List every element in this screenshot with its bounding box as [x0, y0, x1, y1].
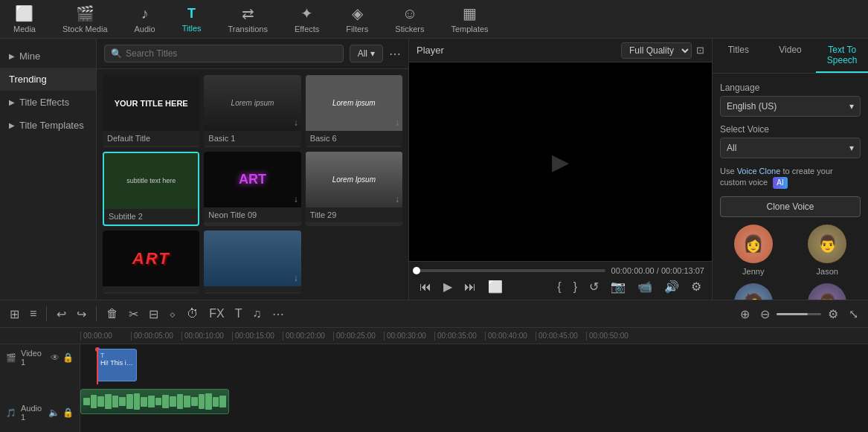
- voice-clone-link[interactable]: Voice Clone: [737, 167, 781, 175]
- more-edit-button[interactable]: ⋯: [269, 305, 288, 323]
- media-icon: ⬜: [15, 4, 33, 22]
- wave-bar: [91, 395, 97, 408]
- text-button[interactable]: T: [231, 305, 246, 323]
- undo-button[interactable]: ↩: [53, 305, 70, 323]
- settings2-button[interactable]: ⚙: [824, 305, 842, 323]
- skip-back-button[interactable]: ⏮: [417, 279, 434, 295]
- wave-bar: [199, 394, 205, 409]
- crop-button[interactable]: ⊟: [145, 305, 162, 323]
- sidebar-item-trending[interactable]: Trending: [0, 68, 96, 91]
- magnet-button[interactable]: ⊖: [756, 305, 774, 323]
- delete-button[interactable]: 🗑: [103, 305, 122, 323]
- mute-icon[interactable]: 🔈: [48, 407, 60, 418]
- snap-button[interactable]: ⊕: [736, 305, 753, 323]
- sidebar-item-mine[interactable]: ▶ Mine: [0, 45, 96, 68]
- fullscreen-button[interactable]: ⬜: [485, 278, 506, 295]
- filters-icon: ◈: [352, 4, 363, 22]
- quality-select[interactable]: Full Quality: [621, 42, 692, 59]
- volume-button[interactable]: 🔊: [661, 278, 682, 295]
- title-clip[interactable]: T Hi! This is a...: [97, 349, 137, 381]
- tool-filters[interactable]: ◈ Filters: [340, 1, 374, 36]
- voice-bob[interactable]: 👨 Bob: [794, 283, 861, 300]
- search-input[interactable]: [126, 48, 337, 59]
- title-item-default[interactable]: YOUR TITLE HERE Default Title: [103, 75, 199, 147]
- redo-button[interactable]: ↪: [73, 305, 90, 323]
- title-thumb-neon09: ART ↓: [204, 152, 300, 207]
- title-thumb-photo1: ↓: [204, 230, 300, 286]
- camera-button[interactable]: 📹: [634, 278, 655, 295]
- title-label-photo1: [204, 286, 300, 292]
- list-view-button[interactable]: ≡: [26, 305, 40, 323]
- screenshot-button[interactable]: 📷: [608, 278, 629, 295]
- volume-slider[interactable]: [777, 313, 821, 315]
- in-point-button[interactable]: {: [554, 279, 564, 295]
- stickers-icon: ☺: [402, 5, 417, 22]
- more-options-button[interactable]: ⋯: [389, 47, 401, 61]
- audio-lock-icon[interactable]: 🔒: [62, 407, 74, 418]
- tab-tts[interactable]: Text To Speech: [816, 39, 868, 73]
- keyframe-button[interactable]: ⬦: [165, 305, 180, 323]
- fullscreen2-button[interactable]: ⤡: [845, 305, 862, 323]
- grid-view-button[interactable]: ⊞: [6, 305, 23, 323]
- ruler-mark-7: 00:00:35:00: [434, 332, 485, 341]
- settings-button[interactable]: ⚙: [688, 278, 704, 295]
- title-item-subtitle2[interactable]: subtitle text here Subtitle 2: [103, 152, 199, 227]
- title-item-basic6[interactable]: Lorem ipsum ↓ Basic 6: [306, 75, 402, 147]
- video-track: T Hi! This is a...: [80, 349, 868, 384]
- split-button[interactable]: ✂: [125, 305, 142, 323]
- tab-titles[interactable]: Titles: [713, 39, 765, 73]
- title-label-basic1: Basic 1: [204, 131, 300, 146]
- search-box[interactable]: 🔍: [104, 45, 344, 62]
- tool-media[interactable]: ⬜ Media: [7, 1, 42, 36]
- title-item-neon09[interactable]: ART ↓ Neon Title 09: [204, 152, 300, 227]
- voice-chevron-icon: ▾: [849, 143, 854, 153]
- voice-mark[interactable]: 🧑 Mark: [720, 283, 787, 300]
- lock-icon[interactable]: 🔒: [62, 352, 74, 363]
- voice-select[interactable]: All ▾: [720, 138, 861, 158]
- video-track-label: 🎬 Video 1 👁 🔒: [6, 349, 74, 367]
- tool-audio[interactable]: ♪ Audio: [129, 2, 161, 36]
- eye-icon[interactable]: 👁: [51, 352, 60, 363]
- tab-video[interactable]: Video: [765, 39, 817, 73]
- skip-forward-button[interactable]: ⏭: [461, 279, 479, 295]
- progress-bar-row: 00:00:00.00 / 00:00:13:07: [417, 266, 704, 275]
- speed-button[interactable]: ⏱: [183, 305, 202, 323]
- audio-edit-button[interactable]: ♫: [249, 305, 266, 323]
- out-point-button[interactable]: }: [570, 279, 580, 295]
- audio-track-icon: 🎵: [6, 408, 16, 418]
- tool-stock-media[interactable]: 🎬 Stock Media: [57, 1, 114, 36]
- playhead: [97, 349, 98, 384]
- title-item-title29[interactable]: Lorem Ipsum ↓ Title 29: [306, 152, 402, 227]
- sidebar-item-title-templates[interactable]: ▶ Title Templates: [0, 114, 96, 137]
- wave-bar: [184, 396, 190, 407]
- filter-button[interactable]: All ▾: [350, 45, 383, 62]
- language-label: Language: [720, 83, 861, 93]
- tool-transitions[interactable]: ⇄ Transitions: [222, 1, 274, 36]
- title-item-basic1[interactable]: Lorem ipsum ↓ Basic 1: [204, 75, 300, 147]
- voice-jenny[interactable]: 👩 Jenny: [720, 225, 787, 276]
- language-select[interactable]: English (US) ▾: [720, 96, 861, 117]
- clone-voice-button[interactable]: Clone Voice: [720, 196, 861, 217]
- wave-bar: [219, 396, 226, 408]
- title-item-photo1[interactable]: ↓: [204, 230, 300, 294]
- tool-effects[interactable]: ✦ Effects: [289, 1, 325, 36]
- loop-button[interactable]: ↺: [586, 278, 602, 295]
- sidebar-item-title-effects[interactable]: ▶ Title Effects: [0, 91, 96, 114]
- voice-clone-section: Use Voice Clone to create your custom vo…: [720, 166, 861, 189]
- player-label: Player: [417, 45, 444, 56]
- titles-grid: YOUR TITLE HERE Default Title Lorem ipsu…: [97, 69, 408, 300]
- clip-text: Hi! This is a...: [100, 359, 133, 367]
- progress-bar[interactable]: [417, 269, 605, 272]
- play-button[interactable]: ▶: [440, 278, 455, 295]
- ruler-mark-10: 00:00:50:00: [586, 332, 637, 341]
- tool-titles[interactable]: T Titles: [176, 3, 208, 36]
- voice-jason[interactable]: 👨 Jason: [794, 225, 861, 276]
- tool-templates[interactable]: ▦ Templates: [445, 1, 494, 36]
- player-main: ▶: [409, 62, 712, 261]
- fx-button[interactable]: FX: [205, 305, 228, 323]
- title-label-default: Default Title: [103, 131, 199, 146]
- title-item-artred[interactable]: ART: [103, 230, 199, 294]
- audio-clip[interactable]: [80, 389, 229, 414]
- audio-track: [80, 389, 868, 417]
- tool-stickers[interactable]: ☺ Stickers: [389, 2, 430, 36]
